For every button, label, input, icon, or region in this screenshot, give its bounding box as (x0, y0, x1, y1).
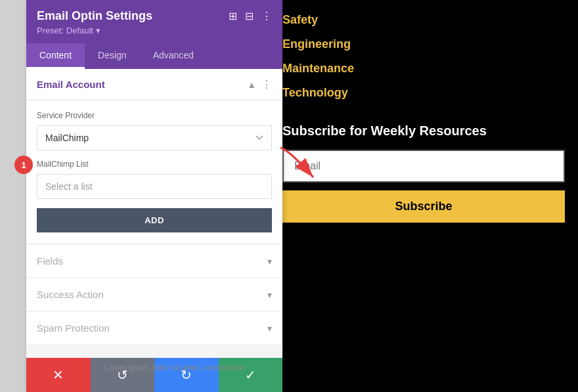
success-action-section: Success Action ▾ (26, 278, 282, 311)
nav-item-engineering[interactable]: Engineering (282, 37, 565, 51)
select-list-display[interactable]: Select a list (37, 174, 272, 199)
tab-content[interactable]: Content (26, 43, 85, 69)
panel-header-icons: ⊞ ⊟ ⋮ (229, 10, 272, 22)
success-action-header[interactable]: Success Action ▾ (26, 278, 282, 311)
nav-item-safety[interactable]: Safety (282, 13, 565, 27)
fields-section-title: Fields (37, 255, 63, 267)
settings-panel: Email Optin Settings ⊞ ⊟ ⋮ Preset: Defau… (26, 0, 282, 392)
tab-advanced[interactable]: Advanced (140, 43, 207, 69)
section-controls: ▲ ⋮ (247, 78, 272, 91)
success-action-title: Success Action (37, 289, 104, 300)
email-account-title: Email Account (37, 79, 105, 90)
panel-tabs: Content Design Advanced (26, 43, 282, 69)
email-input-preview[interactable] (282, 150, 565, 183)
subscribe-section: Subscribe for Weekly Resources Subscribe (282, 122, 565, 223)
spam-protection-header[interactable]: Spam Protection ▾ (26, 311, 282, 344)
expand-icon[interactable]: ⊞ (229, 10, 237, 22)
bottom-lorem-text: Lorem ipsum dolor sit amet, consectetur (53, 363, 296, 372)
email-account-body: Service Provider MailChimp MailChimp Lis… (26, 100, 282, 243)
success-action-chevron-down-icon: ▾ (267, 290, 272, 300)
add-button[interactable]: ADD (37, 208, 272, 232)
fields-section: Fields ▾ (26, 244, 282, 277)
section-dots-icon[interactable]: ⋮ (261, 78, 272, 91)
mailchimp-list-label: MailChimp List (37, 160, 272, 169)
panel-header: Email Optin Settings ⊞ ⊟ ⋮ Preset: Defau… (26, 0, 282, 43)
tab-design[interactable]: Design (85, 43, 140, 69)
nav-item-maintenance[interactable]: Maintenance (282, 62, 565, 76)
more-icon[interactable]: ⋮ (261, 10, 272, 22)
spam-protection-chevron-down-icon: ▾ (267, 323, 272, 334)
right-preview-panel: Safety Engineering Maintenance Technolog… (269, 0, 578, 392)
panel-preset[interactable]: Preset: Default ▾ (37, 26, 272, 35)
service-provider-label: Service Provider (37, 111, 272, 120)
panel-title: Email Optin Settings (37, 9, 152, 23)
subscribe-button[interactable]: Subscribe (282, 190, 565, 223)
spam-protection-section: Spam Protection ▾ (26, 311, 282, 344)
step-badge: 1 (14, 156, 33, 174)
chevron-up-icon: ▲ (247, 79, 256, 90)
panel-body: Email Account ▲ ⋮ Service Provider MailC… (26, 69, 282, 358)
split-icon[interactable]: ⊟ (245, 10, 254, 22)
service-provider-select[interactable]: MailChimp (37, 125, 272, 150)
email-account-header[interactable]: Email Account ▲ ⋮ (26, 69, 282, 100)
panel-title-row: Email Optin Settings ⊞ ⊟ ⋮ (37, 9, 272, 23)
email-account-section: Email Account ▲ ⋮ Service Provider MailC… (26, 69, 282, 243)
nav-item-technology[interactable]: Technology (282, 86, 565, 100)
spam-protection-title: Spam Protection (37, 322, 110, 334)
fields-section-header[interactable]: Fields ▾ (26, 244, 282, 277)
nav-list: Safety Engineering Maintenance Technolog… (282, 13, 565, 100)
fields-chevron-down-icon: ▾ (267, 256, 272, 267)
subscribe-title: Subscribe for Weekly Resources (282, 122, 565, 139)
